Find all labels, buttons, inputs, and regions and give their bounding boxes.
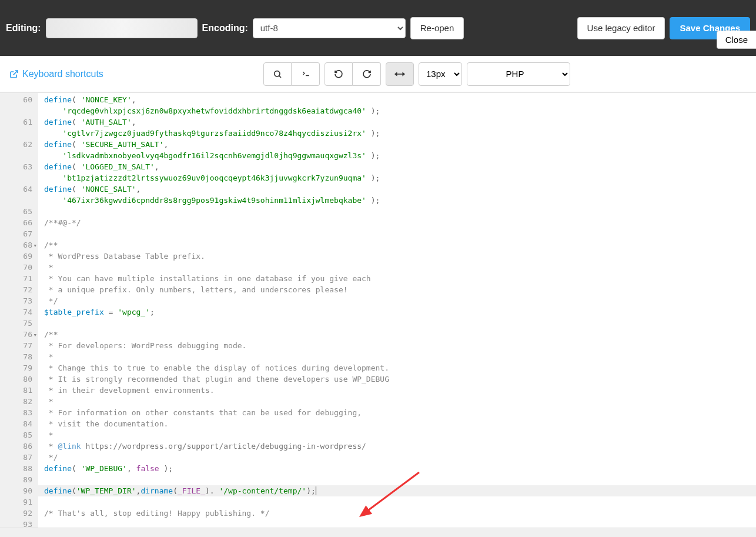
close-button[interactable]: Close [717,31,756,49]
terminal-icon [300,70,311,78]
fontsize-select[interactable]: 13px [419,62,462,86]
editor-toolbar: Keyboard shortcuts 13px PHP [0,56,756,92]
editing-label: Editing: [6,23,41,34]
search-button[interactable] [263,62,292,86]
encoding-select[interactable]: utf-8 [253,18,406,38]
svg-point-1 [275,71,280,76]
search-icon [273,69,282,79]
language-select[interactable]: PHP [467,62,570,86]
undo-icon [334,69,343,79]
horizontal-scrollbar[interactable] [0,528,756,537]
undo-button[interactable] [325,62,353,86]
redo-icon [362,69,372,79]
svg-line-2 [279,75,281,77]
keyboard-shortcuts-label: Keyboard shortcuts [22,69,103,79]
terminal-button[interactable] [292,62,320,86]
editing-filename-input[interactable] [46,18,198,38]
line-number-gutter: 606162636465666768▾6970717273747576▾7778… [0,93,38,528]
svg-rect-3 [306,75,309,75]
svg-marker-6 [403,72,406,76]
encoding-label: Encoding: [202,23,248,34]
svg-line-0 [14,71,18,75]
horizontal-arrows-icon [394,70,405,78]
wrap-toggle-button[interactable] [386,62,414,86]
legacy-editor-button[interactable]: Use legacy editor [577,17,665,39]
external-link-icon [9,69,19,79]
svg-rect-5 [397,74,403,75]
code-content[interactable]: define( 'NONCE_KEY', 'rqcdeg0vhlxpjcsxj6… [38,93,756,528]
redo-button[interactable] [353,62,381,86]
top-bar: Editing: Encoding: utf-8 Re-open Use leg… [0,0,756,56]
code-editor[interactable]: 606162636465666768▾6970717273747576▾7778… [0,92,756,528]
keyboard-shortcuts-link[interactable]: Keyboard shortcuts [9,69,103,79]
reopen-button[interactable]: Re-open [410,17,464,39]
